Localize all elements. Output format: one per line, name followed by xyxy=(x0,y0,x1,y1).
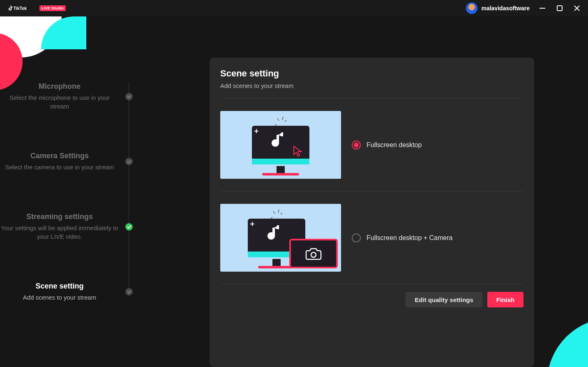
burst-icon xyxy=(275,116,286,126)
user-profile[interactable]: malavidasoftware xyxy=(466,2,530,14)
svg-line-7 xyxy=(282,117,283,120)
step-microphone[interactable]: Microphone Select the microphone to use … xyxy=(0,82,173,111)
app-logo: TikTok LIVE Studio xyxy=(7,4,66,12)
camera-icon xyxy=(305,247,322,261)
setup-stepper: Microphone Select the microphone to use … xyxy=(0,16,173,367)
edit-quality-button[interactable]: Edit quality settings xyxy=(406,292,482,307)
svg-line-6 xyxy=(277,118,279,121)
svg-line-12 xyxy=(281,213,282,215)
step-desc: Your settings will be applied immediatel… xyxy=(0,224,119,241)
panel-title: Scene setting xyxy=(220,68,523,79)
svg-point-13 xyxy=(311,252,316,257)
minimize-button[interactable] xyxy=(539,5,546,12)
cursor-icon xyxy=(293,145,303,159)
svg-line-11 xyxy=(278,210,279,213)
tiktok-logo-icon: TikTok xyxy=(7,4,37,12)
radio-label: Fullscreen desktop xyxy=(367,141,422,149)
radio-indicator xyxy=(352,141,361,150)
check-icon xyxy=(127,225,131,229)
svg-text:TikTok: TikTok xyxy=(14,6,27,11)
close-button[interactable] xyxy=(573,5,581,12)
step-streaming[interactable]: Streaming settings Your settings will be… xyxy=(0,212,173,241)
step-camera[interactable]: Camera Settings Select the camera to use… xyxy=(0,152,173,171)
live-studio-badge: LIVE Studio xyxy=(39,5,66,11)
burst-icon xyxy=(271,209,282,219)
svg-line-10 xyxy=(273,211,275,214)
check-icon xyxy=(127,159,131,164)
step-indicator-checked xyxy=(125,158,133,165)
username: malavidasoftware xyxy=(482,5,530,12)
svg-rect-2 xyxy=(557,6,562,11)
tiktok-note-icon xyxy=(270,132,286,152)
step-desc: Select the microphone to use in your str… xyxy=(0,93,119,111)
step-title: Scene setting xyxy=(0,282,119,291)
maximize-icon xyxy=(556,5,563,12)
radio-fullscreen[interactable]: Fullscreen desktop xyxy=(352,141,422,150)
scene-option-fullscreen-camera[interactable]: Fullscreen desktop + Camera xyxy=(220,191,523,284)
scene-setting-panel: Scene setting Add scenes to your stream xyxy=(210,58,534,367)
finish-button[interactable]: Finish xyxy=(487,292,523,307)
step-scene[interactable]: Scene setting Add scenes to your stream xyxy=(0,282,173,302)
scene-thumbnail xyxy=(220,111,341,179)
step-title: Streaming settings xyxy=(0,212,119,221)
step-desc: Select the camera to use in your stream xyxy=(0,163,119,171)
step-indicator-done xyxy=(125,223,133,231)
radio-fullscreen-camera[interactable]: Fullscreen desktop + Camera xyxy=(352,233,452,242)
minimize-icon xyxy=(539,5,546,12)
window-controls xyxy=(539,5,581,12)
sparkle-icon xyxy=(254,129,258,133)
svg-line-9 xyxy=(271,217,272,219)
maximize-button[interactable] xyxy=(556,5,563,12)
step-desc: Add scenes to your stream xyxy=(0,293,119,302)
step-title: Microphone xyxy=(0,82,119,91)
close-icon xyxy=(574,5,580,12)
step-indicator-current xyxy=(125,288,133,295)
camera-overlay xyxy=(289,239,338,268)
panel-footer: Edit quality settings Finish xyxy=(220,284,523,307)
panel-header: Scene setting Add scenes to your stream xyxy=(220,68,523,99)
tiktok-note-icon xyxy=(266,224,282,245)
stepper-line xyxy=(129,82,129,290)
scene-thumbnail xyxy=(220,204,341,272)
sparkle-icon xyxy=(250,222,254,226)
check-icon xyxy=(127,290,131,294)
radio-label: Fullscreen desktop + Camera xyxy=(367,234,452,242)
panel-subtitle: Add scenes to your stream xyxy=(220,82,523,89)
scene-option-fullscreen[interactable]: Fullscreen desktop xyxy=(220,99,523,191)
title-bar: TikTok LIVE Studio malavidasoftware xyxy=(0,0,588,16)
step-title: Camera Settings xyxy=(0,152,119,160)
svg-line-5 xyxy=(275,124,277,126)
svg-line-8 xyxy=(285,120,286,122)
step-indicator-checked xyxy=(125,93,133,100)
radio-indicator xyxy=(352,233,361,242)
check-icon xyxy=(127,95,131,99)
avatar xyxy=(466,2,477,14)
